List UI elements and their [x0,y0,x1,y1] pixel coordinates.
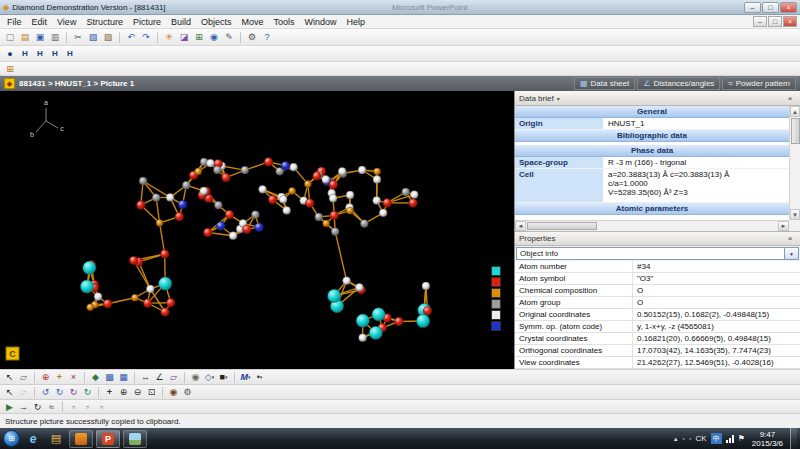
spin-anim-icon[interactable]: ↻ [31,401,44,413]
distances-angles-button[interactable]: ∠Distances/angles [637,77,720,90]
mdi-restore-button[interactable]: □ [768,16,782,27]
properties-close-icon[interactable]: × [784,234,796,243]
scroll-left-icon[interactable]: ◄ [515,221,526,231]
molecule-canvas[interactable]: abcC [0,91,514,369]
scroll-up-icon[interactable]: ▲ [790,106,800,117]
explorer-folder-icon[interactable]: ▤ [46,430,66,448]
network-icon[interactable] [726,435,734,443]
camera-icon[interactable]: ◉ [167,386,180,398]
paste-icon[interactable]: ▨ [101,31,115,44]
menu-window[interactable]: Window [299,15,341,28]
cell-row[interactable]: Cell a=20.3883(13) Å c=20.3883(13) Å c/a… [515,169,789,203]
molecule-icon[interactable]: ◉ [207,31,221,44]
rotate-y-icon[interactable]: ↻ [53,386,66,398]
legend-swatch-6[interactable] [491,321,501,331]
play-icon[interactable]: ▶ [3,401,16,413]
mdi-minimize-button[interactable]: – [753,16,767,27]
help-icon[interactable]: ? [260,31,274,44]
polyhedra-icon[interactable]: ◆ [89,371,102,383]
delete-object-icon[interactable]: × [67,371,80,383]
menu-file[interactable]: File [2,15,27,28]
settings-icon[interactable]: ⚙ [245,31,259,44]
property-row[interactable]: Orthogonal coordinates17.0703(42), 14.16… [515,345,800,357]
horizontal-scroll-thumb[interactable] [527,222,597,230]
close-button[interactable]: × [780,2,797,13]
legend-swatch-1[interactable] [491,266,501,276]
pointer-icon[interactable]: ↖ [3,371,16,383]
menu-edit[interactable]: Edit [27,15,53,28]
ime-indicator[interactable]: 中 [711,433,722,444]
lasso-icon[interactable]: ▱ [17,371,30,383]
legend-swatch-4[interactable] [491,299,501,309]
viewer-settings-icon[interactable]: ⚙ [181,386,194,398]
legend-swatch-3[interactable] [491,288,501,298]
coordination-icon[interactable]: ● [3,47,17,60]
new-picture-icon[interactable]: ◪ [177,31,191,44]
data-brief-dropdown-icon[interactable]: ▾ [557,95,560,102]
mdi-close-button[interactable]: × [783,16,797,27]
property-row[interactable]: View coordinates21.4262(27), 12.5469(51)… [515,357,800,369]
menu-view[interactable]: View [52,15,81,28]
data-brief-close-icon[interactable]: × [784,94,796,103]
move-xy-icon[interactable]: + [103,386,116,398]
property-row[interactable]: Crystal coordinates0.16821(20), 0.66669(… [515,333,800,345]
pen-icon[interactable]: ✎ [222,31,236,44]
maximize-button[interactable]: □ [762,2,779,13]
legend-swatch-5[interactable] [491,310,501,320]
powerpoint-taskbar-button[interactable]: P [96,430,120,448]
action-center-flag-icon[interactable]: ⚑ [738,434,745,443]
tray-icon-2[interactable]: ▫ [689,435,691,442]
data-brief-vertical-scrollbar[interactable]: ▲ ▼ [789,106,800,220]
rotate-x-icon[interactable]: ↺ [39,386,52,398]
scroll-right-icon[interactable]: ► [778,221,789,231]
zoom-in-icon[interactable]: ⊕ [117,386,130,398]
property-row[interactable]: Atom groupO [515,297,800,309]
property-row[interactable]: Chemical compositionO [515,285,800,297]
structure-viewport[interactable]: abcC [0,91,514,369]
packing-icon[interactable]: ▦ [117,371,130,383]
menu-objects[interactable]: Objects [196,15,237,28]
measure-distance-icon[interactable]: ↔ [139,371,152,383]
copy-icon[interactable]: ▧ [86,31,100,44]
property-row[interactable]: Atom number#34 [515,261,800,273]
fill-cell-icon[interactable]: ▩ [103,371,116,383]
object-info-select[interactable]: Object info ▼ [515,246,800,261]
menu-structure[interactable]: Structure [81,15,128,28]
taskbar-clock[interactable]: 9:47 2015/3/6 [749,430,786,448]
vertical-scroll-thumb[interactable] [791,118,800,144]
select-icon[interactable]: ↖ [3,386,16,398]
save-icon[interactable]: ▣ [33,31,47,44]
show-desktop-button[interactable] [790,428,797,449]
minimize-button[interactable]: – [744,2,761,13]
property-row[interactable]: Atom symbol"O3" [515,273,800,285]
menu-build[interactable]: Build [166,15,196,28]
oscillate-icon[interactable]: ≈ [45,401,58,413]
zoom-out-icon[interactable]: ⊖ [131,386,144,398]
powder-pattern-button[interactable]: ≈Powder pattern [722,77,796,90]
povray-icon[interactable]: ◉ [189,371,202,383]
property-row[interactable]: Original coordinates0.50152(15), 0.1682(… [515,309,800,321]
open-icon[interactable]: ▤ [18,31,32,44]
combo-dropdown-icon[interactable]: ▼ [784,247,799,260]
print-icon[interactable]: ▥ [48,31,62,44]
taskbar-app-button-1[interactable] [69,430,93,448]
menu-help[interactable]: Help [342,15,371,28]
anim-2-icon[interactable]: ▫ [81,401,94,413]
walk-icon[interactable]: → [17,401,30,413]
tray-expand-icon[interactable]: ▲ [673,436,679,442]
cut-icon[interactable]: ✂ [71,31,85,44]
table-icon[interactable]: ⊞ [192,31,206,44]
rotate-z-icon[interactable]: ↻ [67,386,80,398]
property-row[interactable]: Symm. op. (atom code)y, 1-x+y, -z (45650… [515,321,800,333]
add-atom-icon[interactable]: ⊕ [39,371,52,383]
view-direction-icon[interactable]: ◇▾ [203,371,216,383]
start-button[interactable]: ⊞ [3,430,20,447]
hydrogen-2-icon[interactable]: H [33,47,47,60]
tray-icon-1[interactable]: ▫ [683,435,685,442]
marker-icon[interactable]: •▾ [253,371,266,383]
language-indicator[interactable]: CK [696,434,707,443]
fit-icon[interactable]: ⊡ [145,386,158,398]
wizard-icon[interactable]: ✳ [162,31,176,44]
measure-plane-icon[interactable]: ▱ [167,371,180,383]
add-bond-icon[interactable]: + [53,371,66,383]
